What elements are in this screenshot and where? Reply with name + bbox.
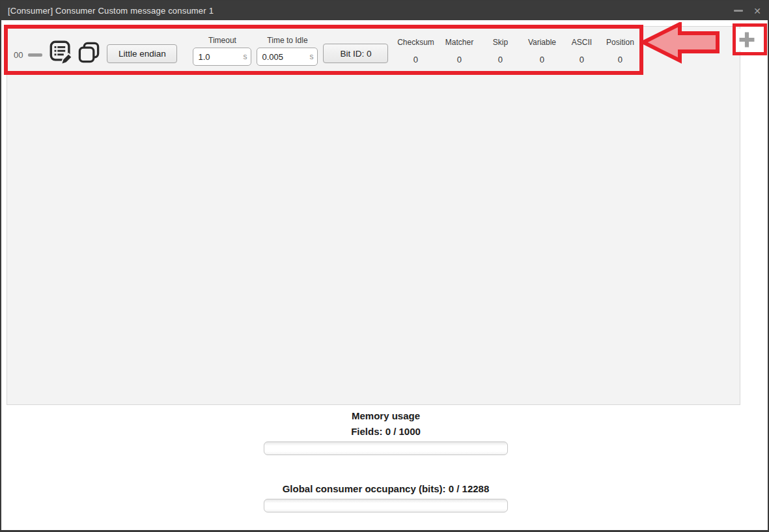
time-to-idle-input[interactable] — [257, 52, 317, 62]
time-to-idle-field-group: Time to Idle s — [257, 36, 318, 66]
fields-count-label: Fields: 0 / 1000 — [1, 426, 769, 437]
minimize-icon[interactable] — [734, 10, 743, 12]
close-icon[interactable]: ✕ — [753, 7, 761, 16]
bit-id-button[interactable]: Bit ID: 0 — [323, 44, 388, 63]
add-field-button[interactable] — [736, 29, 758, 51]
time-to-idle-input-wrap: s — [257, 48, 318, 66]
timeout-field-group: Timeout s — [193, 36, 251, 66]
timeout-input[interactable] — [193, 52, 251, 62]
counter-ascii: ASCII 0 — [565, 38, 598, 64]
copy-icon[interactable] — [77, 41, 100, 66]
counter-checksum: Checksum 0 — [395, 38, 436, 64]
timeout-input-wrap: s — [193, 48, 251, 66]
edit-list-icon[interactable] — [49, 40, 74, 67]
consumer-field-panel: 00 — [7, 26, 740, 405]
add-icon — [737, 30, 757, 49]
timeout-label: Timeout — [208, 36, 236, 45]
fields-progress-bar — [264, 441, 508, 455]
title-bar: [Consumer] Consumer Custom message consu… — [1, 1, 768, 20]
little-endian-button[interactable]: Little endian — [107, 44, 177, 63]
window-title: [Consumer] Consumer Custom message consu… — [8, 6, 214, 16]
counter-columns: Checksum 0 Matcher 0 Skip 0 Variable 0 A… — [395, 38, 639, 64]
row-index-label: 00 — [14, 50, 23, 60]
counter-matcher: Matcher 0 — [440, 38, 479, 64]
global-progress-bar — [264, 499, 508, 512]
time-to-idle-label: Time to Idle — [267, 36, 307, 45]
window-controls: ✕ — [734, 7, 761, 16]
field-row-toolbar: 00 — [7, 27, 740, 75]
app-window: [Consumer] Consumer Custom message consu… — [0, 0, 769, 532]
counter-variable: Variable 0 — [522, 38, 562, 64]
memory-usage-title: Memory usage — [1, 410, 769, 421]
counter-position: Position 0 — [601, 38, 639, 64]
global-occupancy-label: Global consumer occupancy (bits): 0 / 12… — [1, 483, 769, 494]
counter-skip: Skip 0 — [482, 38, 518, 64]
row-handle-dash[interactable] — [28, 53, 42, 57]
